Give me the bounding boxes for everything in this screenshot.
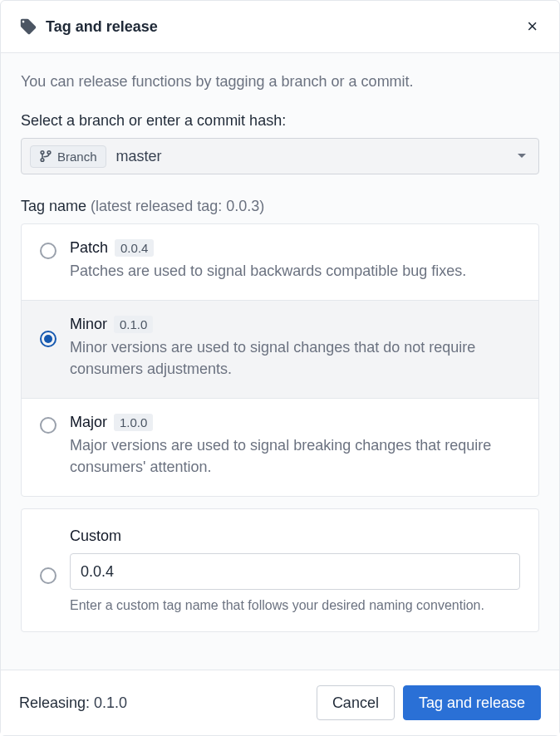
- svg-point-1: [47, 151, 51, 155]
- option-custom[interactable]: Custom Enter a custom tag name that foll…: [21, 508, 539, 632]
- option-major-body: Major 1.0.0 Major versions are used to s…: [70, 414, 520, 478]
- option-minor-title: Minor: [70, 316, 107, 333]
- option-custom-title: Custom: [70, 527, 520, 545]
- modal-header: Tag and release ×: [1, 1, 559, 53]
- branch-select-label: Select a branch or enter a commit hash:: [21, 112, 539, 130]
- close-icon[interactable]: ×: [523, 14, 541, 39]
- option-minor[interactable]: Minor 0.1.0 Minor versions are used to s…: [22, 301, 538, 399]
- option-patch-version: 0.0.4: [115, 239, 154, 257]
- option-minor-version: 0.1.0: [114, 316, 153, 333]
- tag-name-hint: (latest released tag: 0.0.3): [91, 198, 264, 214]
- option-patch-desc: Patches are used to signal backwards com…: [70, 260, 520, 282]
- footer-actions: Cancel Tag and release: [317, 685, 541, 720]
- modal-body: You can release functions by tagging a b…: [1, 53, 559, 670]
- tag-release-modal: Tag and release × You can release functi…: [0, 0, 560, 736]
- releasing-value: 0.1.0: [94, 694, 127, 711]
- releasing-label: Releasing:: [19, 694, 90, 711]
- option-custom-body: Custom Enter a custom tag name that foll…: [70, 527, 520, 613]
- radio-custom[interactable]: [40, 567, 56, 584]
- tag-and-release-button[interactable]: Tag and release: [403, 685, 541, 720]
- modal-footer: Releasing: 0.1.0 Cancel Tag and release: [1, 670, 559, 735]
- tag-name-label: Tag name: [21, 198, 86, 214]
- intro-text: You can release functions by tagging a b…: [21, 73, 539, 91]
- chevron-down-icon: [517, 153, 527, 159]
- version-options: Patch 0.0.4 Patches are used to signal b…: [21, 223, 539, 497]
- radio-major[interactable]: [40, 417, 56, 434]
- tag-icon: [19, 17, 37, 36]
- branch-badge: Branch: [30, 145, 106, 168]
- option-minor-body: Minor 0.1.0 Minor versions are used to s…: [70, 316, 520, 380]
- branch-select[interactable]: Branch master: [21, 138, 539, 174]
- modal-header-left: Tag and release: [19, 17, 158, 36]
- option-major-title: Major: [70, 414, 107, 431]
- modal-title: Tag and release: [46, 18, 158, 36]
- option-major-desc: Major versions are used to signal breaki…: [70, 434, 520, 478]
- custom-tag-input[interactable]: [70, 553, 520, 590]
- option-patch-title: Patch: [70, 239, 108, 257]
- tag-name-label-row: Tag name (latest released tag: 0.0.3): [21, 198, 539, 215]
- option-minor-desc: Minor versions are used to signal change…: [70, 336, 520, 380]
- git-branch-icon: [39, 150, 52, 163]
- option-patch[interactable]: Patch 0.0.4 Patches are used to signal b…: [22, 224, 538, 301]
- svg-point-2: [41, 159, 44, 162]
- radio-minor[interactable]: [40, 331, 56, 347]
- option-patch-body: Patch 0.0.4 Patches are used to signal b…: [70, 239, 520, 282]
- svg-point-0: [41, 151, 44, 155]
- cancel-button[interactable]: Cancel: [317, 685, 395, 720]
- option-major[interactable]: Major 1.0.0 Major versions are used to s…: [22, 399, 538, 496]
- option-major-version: 1.0.0: [114, 414, 153, 431]
- branch-selected-value: master: [116, 148, 162, 165]
- branch-badge-label: Branch: [57, 150, 97, 164]
- custom-tag-hint: Enter a custom tag name that follows you…: [70, 598, 520, 613]
- releasing-info: Releasing: 0.1.0: [19, 694, 127, 712]
- radio-patch[interactable]: [40, 243, 56, 259]
